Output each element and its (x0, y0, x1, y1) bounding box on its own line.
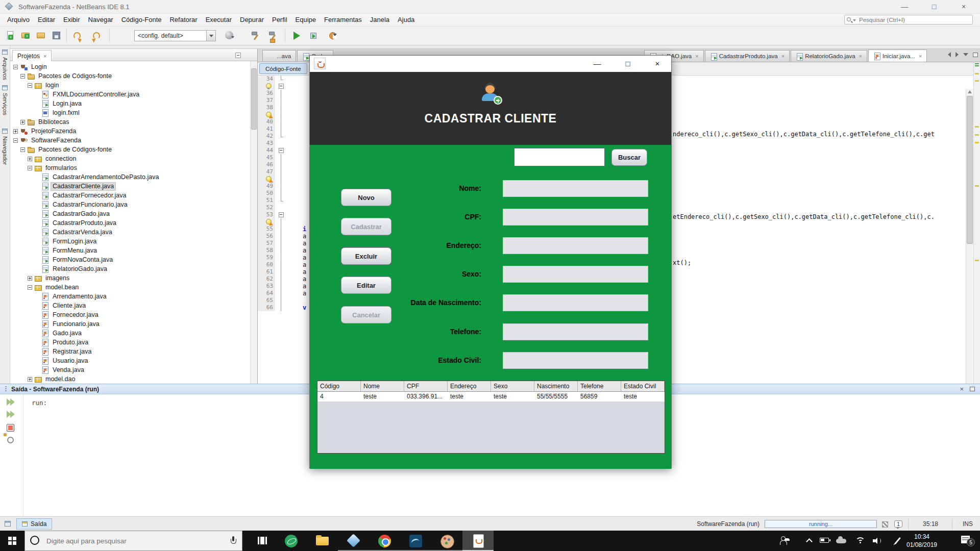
volume-icon[interactable] (873, 537, 881, 544)
tree-expander-icon[interactable] (35, 349, 39, 354)
table-header-cell[interactable]: Sexo (491, 381, 534, 391)
form-field[interactable] (503, 352, 648, 369)
start-button[interactable] (0, 531, 24, 551)
tree-item[interactable]: Arrendamento.java (10, 292, 250, 301)
hint-lightbulb-icon[interactable] (266, 276, 272, 282)
hint-lightbulb-icon[interactable] (266, 226, 272, 232)
dialog-close-button[interactable]: × (649, 58, 666, 70)
code-fold-icon[interactable] (278, 297, 284, 304)
windows-ink-icon[interactable] (894, 537, 901, 544)
code-fold-icon[interactable] (278, 111, 284, 118)
hint-lightbulb-icon[interactable] (266, 247, 272, 254)
source-view-button[interactable]: Código-Fonte (259, 63, 307, 74)
tree-expander-icon[interactable] (20, 74, 25, 79)
client-search-input[interactable] (514, 148, 605, 166)
tree-expander-icon[interactable] (35, 258, 39, 262)
code-fold-icon[interactable] (278, 283, 284, 290)
tree-item[interactable]: CadastrarCliente.java (10, 182, 250, 191)
menu-item[interactable]: Arquivo (3, 14, 34, 26)
hint-lightbulb-icon[interactable] (266, 162, 272, 168)
tree-expander-icon[interactable] (35, 203, 39, 207)
taskbar-app-icon[interactable] (276, 531, 307, 551)
tree-item[interactable]: Registrar.java (10, 347, 250, 356)
tree-expander-icon[interactable] (35, 212, 39, 216)
menu-item[interactable]: Código-Fonte (117, 14, 166, 26)
panel-minimize-button[interactable] (235, 53, 241, 58)
projects-scrollbar[interactable] (250, 61, 257, 384)
close-icon[interactable]: × (43, 53, 46, 59)
menu-item[interactable]: Equipe (291, 14, 320, 26)
hint-lightbulb-icon[interactable] (266, 190, 272, 196)
menu-item[interactable]: Ajuda (394, 14, 419, 26)
tree-item[interactable]: SoftwareFazenda (10, 136, 250, 145)
maximize-window-icon[interactable] (970, 387, 975, 391)
tray-chevron-up-icon[interactable] (806, 538, 813, 545)
tree-item[interactable]: ProjetoFazenda (10, 127, 250, 136)
run-config-selector[interactable]: <config. default> (134, 30, 216, 41)
code-fold-icon[interactable] (278, 147, 284, 154)
hint-lightbulb-icon[interactable] (266, 155, 272, 161)
code-fold-icon[interactable] (278, 247, 284, 254)
tab-list-dropdown-icon[interactable] (963, 53, 968, 56)
dialog-maximize-button[interactable]: □ (619, 58, 636, 70)
hint-lightbulb-icon[interactable] (266, 197, 272, 204)
drag-grip-icon[interactable] (5, 386, 7, 392)
hint-lightbulb-icon[interactable] (266, 183, 272, 189)
editor-scrollbar[interactable] (966, 89, 973, 384)
table-header-cell[interactable]: Estado Civil (621, 381, 665, 391)
tree-expander-icon[interactable] (35, 184, 39, 189)
taskbar-app-icon[interactable] (431, 531, 462, 551)
code-fold-icon[interactable] (278, 118, 284, 126)
code-fold-icon[interactable] (278, 126, 284, 133)
hint-lightbulb-icon[interactable] (266, 126, 272, 132)
tab-close-icon[interactable]: × (918, 53, 922, 59)
people-icon[interactable] (780, 536, 790, 545)
scroll-tabs-left-icon[interactable] (948, 52, 951, 57)
form-field[interactable] (503, 237, 648, 254)
code-fold-icon[interactable] (278, 154, 284, 161)
notifications-bubble[interactable]: 1 (894, 520, 902, 528)
clean-build-button[interactable] (267, 29, 281, 42)
code-fold-icon[interactable] (278, 197, 284, 204)
hint-lightbulb-icon[interactable] (266, 169, 272, 175)
tree-item[interactable]: Fornecedor.java (10, 310, 250, 319)
hint-lightbulb-icon[interactable] (266, 290, 272, 296)
tree-expander-icon[interactable] (35, 193, 39, 198)
code-fold-icon[interactable] (278, 83, 284, 90)
hint-lightbulb-icon[interactable] (266, 212, 272, 218)
tree-item[interactable]: formularios (10, 163, 250, 172)
tree-expander-icon[interactable] (35, 322, 39, 327)
dialog-minimize-button[interactable]: — (589, 58, 606, 70)
hint-lightbulb-icon[interactable] (266, 240, 272, 246)
tree-item[interactable]: Funcionario.java (10, 319, 250, 329)
hint-lightbulb-icon[interactable] (266, 269, 272, 275)
tree-expander-icon[interactable] (35, 248, 39, 253)
code-fold-icon[interactable] (278, 233, 284, 240)
onedrive-icon[interactable] (836, 539, 846, 543)
tree-expander-icon[interactable] (35, 230, 39, 235)
hint-lightbulb-icon[interactable] (266, 233, 272, 239)
code-fold-icon[interactable] (278, 276, 284, 283)
taskbar-search-input[interactable] (45, 531, 214, 550)
ide-close-button[interactable]: × (953, 2, 974, 12)
code-fold-icon[interactable] (278, 211, 284, 218)
tree-item[interactable]: RelatorioGado.java (10, 264, 250, 273)
hint-lightbulb-icon[interactable] (266, 140, 272, 146)
menu-item[interactable]: Ferramentas (320, 14, 366, 26)
microphone-icon[interactable] (231, 536, 236, 546)
tree-expander-icon[interactable] (28, 285, 32, 290)
hint-lightbulb-icon[interactable] (266, 97, 272, 104)
tree-item[interactable]: CadastrarGado.java (10, 209, 250, 218)
tree-expander-icon[interactable] (35, 331, 39, 336)
code-fold-icon[interactable] (278, 240, 284, 247)
form-field[interactable] (503, 180, 648, 197)
form-field[interactable] (503, 294, 648, 311)
tree-expander-icon[interactable] (35, 175, 39, 180)
menu-item[interactable]: Refatorar (165, 14, 201, 26)
tree-item[interactable]: login.fxml (10, 108, 250, 117)
code-fold-icon[interactable] (278, 261, 284, 268)
code-fold-icon[interactable] (278, 168, 284, 176)
code-fold-icon[interactable] (278, 140, 284, 147)
menu-item[interactable]: Executar (202, 14, 236, 26)
tree-item[interactable]: login (10, 81, 250, 90)
